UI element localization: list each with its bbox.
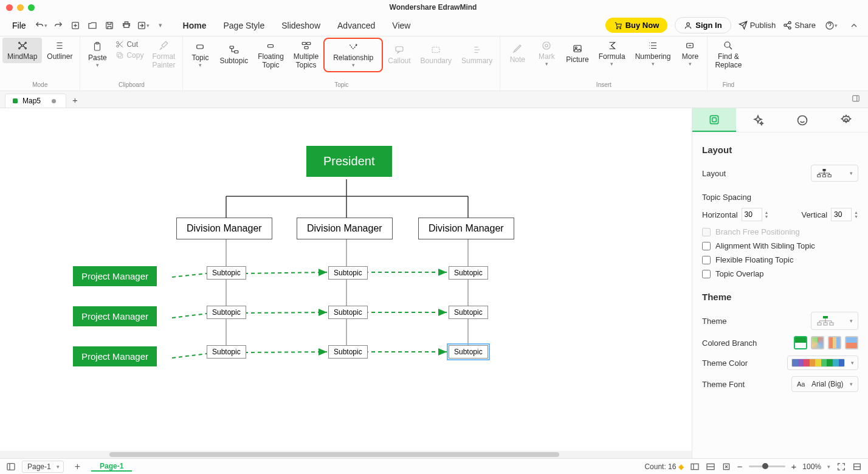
h-down[interactable]: ▼ [765, 215, 769, 219]
node-subtopic[interactable]: Subtopic [449, 266, 488, 280]
theme-selector[interactable]: ▾ [811, 312, 858, 330]
tab-view[interactable]: View [391, 17, 412, 34]
more-button[interactable]: More▾ [675, 38, 704, 69]
boundary-button[interactable]: Boundary [416, 38, 456, 72]
node-project-manager-1[interactable]: Project Manager [73, 266, 157, 286]
document-tab[interactable]: Map5 [5, 94, 66, 108]
node-subtopic[interactable]: Subtopic [328, 306, 368, 319]
cut-button[interactable]: Cut [115, 40, 143, 49]
branch-style-4[interactable] [845, 336, 858, 349]
collapse-panel-button[interactable] [852, 462, 862, 472]
file-menu[interactable]: File [6, 17, 32, 34]
zoom-slider[interactable] [749, 465, 785, 467]
node-subtopic[interactable]: Subtopic [328, 266, 368, 280]
node-division-3[interactable]: Division Manager [418, 218, 514, 239]
branch-style-1[interactable] [794, 336, 807, 349]
subtopic-button[interactable]: Subtopic [215, 38, 253, 72]
note-button[interactable]: Note [503, 38, 532, 69]
panel-tab-settings[interactable] [824, 108, 868, 132]
add-page-button[interactable]: + [70, 461, 85, 472]
flexible-floating-checkbox[interactable]: Flexible Floating Topic [702, 255, 858, 264]
vertical-spacing-input[interactable] [831, 208, 852, 221]
export-button[interactable]: ▾ [136, 18, 151, 33]
multiple-topics-button[interactable]: Multiple Topics [289, 38, 323, 72]
node-subtopic[interactable]: Subtopic [449, 306, 488, 319]
canvas[interactable]: President Division Manager Division Mana… [0, 108, 692, 458]
numbering-button[interactable]: Numbering▾ [630, 38, 676, 69]
format-painter-button[interactable]: Format Painter [147, 38, 180, 72]
view-mode-1[interactable] [690, 462, 700, 472]
page-selector[interactable]: Page-1 ▾ [22, 461, 64, 473]
topic-button[interactable]: Topic▾ [185, 38, 215, 72]
node-subtopic[interactable]: Subtopic [207, 306, 246, 319]
save-button[interactable] [102, 18, 117, 33]
print-button[interactable] [119, 18, 134, 33]
topic-overlap-checkbox[interactable]: Topic Overlap [702, 269, 858, 278]
window-close[interactable] [6, 4, 13, 11]
paste-button[interactable]: Paste ▾ [83, 38, 112, 72]
search-icon [722, 40, 734, 51]
formula-button[interactable]: Formula▾ [594, 38, 630, 69]
redo-button[interactable] [50, 18, 66, 33]
node-president[interactable]: President [306, 146, 392, 177]
node-project-manager-3[interactable]: Project Manager [73, 346, 157, 366]
view-mode-2[interactable] [706, 462, 715, 472]
signin-button[interactable]: Sign In [675, 17, 731, 33]
node-subtopic[interactable]: Subtopic [328, 345, 368, 359]
outliner-mode[interactable]: Outliner [42, 38, 77, 63]
panel-toggle[interactable] [849, 92, 863, 108]
panel-tab-emoji[interactable] [780, 108, 824, 132]
horizontal-scrollbar[interactable] [0, 451, 692, 458]
h-up[interactable]: ▲ [765, 210, 769, 215]
panel-tab-style[interactable] [736, 108, 780, 132]
node-subtopic[interactable]: Subtopic [207, 266, 246, 280]
horizontal-spacing-input[interactable] [742, 208, 762, 221]
node-project-manager-2[interactable]: Project Manager [73, 306, 157, 326]
node-division-1[interactable]: Division Manager [176, 218, 272, 239]
collapse-ribbon[interactable] [846, 18, 862, 33]
align-sibling-checkbox[interactable]: Alignment With Sibling Topic [702, 241, 858, 250]
layout-selector[interactable]: ▾ [811, 165, 858, 182]
node-subtopic-selected[interactable]: Subtopic [449, 345, 488, 359]
callout-button[interactable]: Callout [383, 38, 415, 72]
zoom-in[interactable]: + [791, 461, 797, 472]
undo-button[interactable]: ▾ [33, 18, 49, 33]
svg-rect-1 [106, 22, 112, 29]
zoom-out[interactable]: − [737, 461, 743, 472]
node-subtopic[interactable]: Subtopic [207, 345, 246, 359]
theme-font-selector[interactable]: Aa Arial (Big) ▾ [791, 376, 858, 392]
tab-page-style[interactable]: Page Style [222, 17, 266, 34]
picture-button[interactable]: Picture [561, 38, 593, 69]
share-button[interactable]: Share [783, 21, 816, 30]
relationship-button[interactable]: Relationship▾ [323, 38, 383, 72]
branch-style-3[interactable] [828, 336, 841, 349]
pages-panel-toggle[interactable] [6, 462, 16, 472]
tab-slideshow[interactable]: Slideshow [280, 17, 322, 34]
panel-tab-layout[interactable] [692, 108, 736, 132]
branch-style-2[interactable] [811, 336, 824, 349]
help-button[interactable]: ▾ [823, 18, 839, 33]
publish-button[interactable]: Publish [739, 21, 776, 30]
copy-button[interactable]: Copy [115, 51, 143, 60]
summary-button[interactable]: Summary [456, 38, 497, 72]
theme-color-selector[interactable]: ▾ [787, 355, 858, 370]
window-minimize[interactable] [17, 4, 24, 11]
new-button[interactable] [67, 18, 83, 33]
window-maximize[interactable] [28, 4, 35, 11]
add-tab-button[interactable]: + [66, 92, 84, 108]
node-division-2[interactable]: Division Manager [297, 218, 393, 239]
fullscreen-button[interactable] [836, 462, 846, 472]
floating-topic-button[interactable]: Floating Topic [253, 38, 289, 72]
v-down[interactable]: ▼ [854, 215, 858, 219]
open-button[interactable] [84, 18, 100, 33]
quick-access-more[interactable]: ▾ [153, 18, 168, 33]
page-tab[interactable]: Page-1 [91, 462, 132, 472]
v-up[interactable]: ▲ [854, 210, 858, 215]
fit-view[interactable] [722, 462, 731, 472]
mindmap-mode[interactable]: MindMap [2, 38, 42, 63]
mark-button[interactable]: Mark▾ [532, 38, 561, 69]
find-replace-button[interactable]: Find & Replace [710, 38, 746, 72]
tab-advanced[interactable]: Advanced [336, 17, 376, 34]
buy-now-button[interactable]: Buy Now [605, 18, 668, 33]
tab-home[interactable]: Home [182, 17, 208, 34]
